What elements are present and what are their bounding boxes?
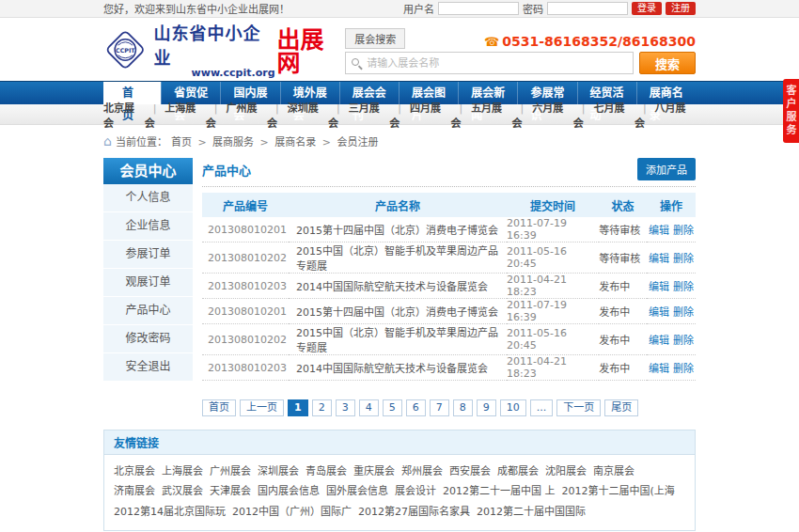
subnav-item[interactable]: 六月展会	[512, 100, 573, 130]
friend-link[interactable]: 2012第二十一届中国 上	[443, 485, 556, 497]
edit-link[interactable]: 编辑	[649, 306, 669, 319]
breadcrumb-link[interactable]: 展商名录	[254, 136, 316, 149]
delete-link[interactable]: 删除	[673, 363, 694, 375]
page-button[interactable]: 5	[383, 399, 402, 416]
home-icon[interactable]: ⌂	[103, 136, 112, 147]
subnav-item[interactable]: 五月展会	[450, 100, 511, 130]
sidebar-item[interactable]: 安全退出	[103, 353, 193, 382]
customer-service-tab[interactable]: 客户服务	[783, 79, 799, 143]
friend-link[interactable]: 郑州展会	[401, 465, 443, 477]
password-input[interactable]	[547, 2, 628, 15]
page-button[interactable]: 9	[477, 399, 496, 416]
site-name-suffix: 出展网	[277, 28, 346, 75]
page-button[interactable]: 8	[453, 399, 473, 416]
delete-link[interactable]: 删除	[673, 281, 694, 293]
register-button[interactable]: 注册	[666, 2, 696, 15]
product-center-panel: 产品中心 添加产品 产品编号产品名称提交时间状态操作 201308010201 …	[202, 158, 696, 416]
site-logo[interactable]: CCPIT 山东省中小企业 www.ccpit.org 出展网	[103, 20, 345, 79]
breadcrumb-link[interactable]: 会员注册	[316, 136, 378, 149]
edit-link[interactable]: 编辑	[649, 253, 669, 265]
subnav-item[interactable]: 广州展会	[206, 100, 267, 130]
friend-link[interactable]: 国外展会信息	[326, 485, 388, 497]
subnav-item[interactable]: 三月展会	[328, 100, 389, 130]
friend-link[interactable]: 成都展会	[497, 465, 539, 477]
page-button[interactable]: 3	[336, 399, 355, 416]
delete-link[interactable]: 删除	[673, 335, 694, 347]
page-button[interactable]: 尾页	[604, 399, 638, 416]
subnav-item[interactable]: 七月展会	[573, 100, 634, 130]
sidebar-item[interactable]: 观展订单	[103, 269, 193, 297]
breadcrumb-link[interactable]: 首页	[171, 136, 192, 149]
product-id: 201308010203	[202, 355, 289, 381]
delete-link[interactable]: 删除	[673, 306, 694, 319]
page-button[interactable]: 10	[500, 399, 526, 416]
subnav-item[interactable]: 深圳展会	[267, 100, 328, 130]
product-id: 201308010202	[202, 243, 289, 274]
edit-link[interactable]: 编辑	[649, 281, 669, 293]
friend-link[interactable]: 2012第27届国际名家具	[358, 506, 470, 518]
page-button[interactable]: ...	[530, 399, 554, 416]
friend-link[interactable]: 西安展会	[449, 465, 491, 477]
friend-link[interactable]: 2012第十二届中国(上海	[562, 485, 675, 497]
search-button[interactable]: 搜索	[639, 52, 696, 74]
search-input[interactable]	[345, 52, 634, 74]
phone-number: ☎ 0531-86168352/86168300	[484, 34, 696, 49]
friend-link[interactable]: 济南展会	[114, 485, 155, 497]
friend-link[interactable]: 南京展会	[593, 465, 634, 477]
sidebar-item[interactable]: 个人信息	[103, 184, 193, 212]
product-id: 201308010203	[202, 274, 289, 299]
add-product-button[interactable]: 添加产品	[637, 158, 696, 180]
edit-link[interactable]: 编辑	[649, 335, 669, 347]
friend-link[interactable]: 2012第14届北京国际玩	[114, 506, 226, 518]
edit-link[interactable]: 编辑	[649, 363, 669, 375]
sidebar-item[interactable]: 修改密码	[103, 325, 193, 353]
friend-link[interactable]: 重庆展会	[353, 465, 395, 477]
friend-link[interactable]: 国内展会信息	[258, 485, 320, 497]
page-button[interactable]: 7	[430, 399, 449, 416]
friend-link[interactable]: 展会设计	[395, 485, 436, 497]
page-button[interactable]: 首页	[202, 399, 236, 416]
status-text: 等待审核	[599, 243, 647, 274]
product-name[interactable]: 2014中国国际航空航天技术与设备展览会	[289, 355, 507, 381]
subnav-item[interactable]: 北京展会	[103, 100, 145, 130]
friend-link[interactable]: 青岛展会	[306, 465, 347, 477]
friend-link[interactable]: 2012中国（广州）国际广	[232, 506, 352, 518]
friend-link[interactable]: 武汉展会	[162, 485, 203, 497]
search-tab[interactable]: 展会搜索	[345, 28, 405, 49]
sidebar-title: 会员中心	[103, 158, 193, 184]
product-name[interactable]: 2015第十四届中国（北京）消费电子博览会	[289, 299, 507, 324]
table-row: 201308010202 2015中国（北京）智能手机及苹果周边产品专题展 20…	[202, 243, 696, 274]
page-button[interactable]: 1	[288, 399, 308, 416]
subnav-item[interactable]: 上海展会	[145, 100, 206, 130]
subnav-item[interactable]: 八月展会	[634, 100, 696, 130]
friend-link[interactable]: 北京展会	[114, 465, 155, 477]
page-button[interactable]: 上一页	[240, 399, 284, 416]
username-input[interactable]	[438, 2, 519, 15]
page-button[interactable]: 下一页	[556, 399, 601, 416]
sidebar-item[interactable]: 参展订单	[103, 241, 193, 269]
page-button[interactable]: 4	[359, 399, 379, 416]
delete-link[interactable]: 删除	[673, 225, 694, 237]
friend-link[interactable]: 沈阳展会	[545, 465, 587, 477]
product-name[interactable]: 2014中国国际航空航天技术与设备展览会	[289, 274, 507, 299]
edit-link[interactable]: 编辑	[649, 225, 669, 237]
breadcrumb-link[interactable]: 展商服务	[192, 136, 254, 149]
sidebar-item[interactable]: 产品中心	[103, 297, 193, 325]
table-row: 201308010201 2015第十四届中国（北京）消费电子博览会 2011-…	[202, 299, 696, 324]
submit-time: 2011-04-21 18:23	[507, 355, 599, 381]
page-button[interactable]: 2	[312, 399, 332, 416]
friend-link[interactable]: 深圳展会	[258, 465, 299, 477]
friend-link[interactable]: 广州展会	[210, 465, 251, 477]
friend-link[interactable]: 天津展会	[210, 485, 251, 497]
page-button[interactable]: 6	[406, 399, 426, 416]
login-button[interactable]: 登录	[632, 2, 662, 15]
delete-link[interactable]: 删除	[673, 253, 694, 265]
product-name[interactable]: 2015中国（北京）智能手机及苹果周边产品专题展	[289, 243, 507, 274]
sidebar-item[interactable]: 企业信息	[103, 212, 193, 241]
friend-link[interactable]: 上海展会	[162, 465, 203, 477]
product-name[interactable]: 2015中国（北京）智能手机及苹果周边产品专题展	[289, 324, 507, 355]
subnav-item[interactable]: 四月展会	[389, 100, 450, 130]
product-id: 201308010201	[202, 299, 289, 324]
product-name[interactable]: 2015第十四届中国（北京）消费电子博览会	[289, 217, 507, 243]
friend-link[interactable]: 2012第二十届中国国际	[477, 506, 586, 518]
